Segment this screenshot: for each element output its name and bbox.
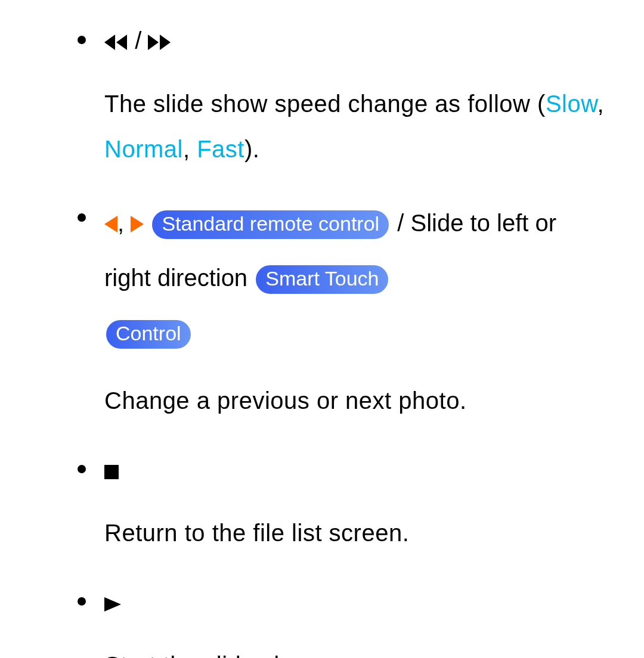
icon-separator: / [135,27,141,54]
desc-text: The slide show speed change as follow ( [104,91,546,117]
desc-text: ). [244,136,259,162]
arrow-left-icon [104,216,117,232]
item-description: Start the slide show. [104,643,608,658]
svg-marker-1 [116,35,127,50]
rewind-icon [104,35,128,50]
svg-marker-4 [104,216,117,232]
item-description: Change a previous or next photo. [104,378,608,423]
fast-forward-icon [148,35,172,50]
bullet-list: / The slide show speed change as follow … [36,18,608,658]
item-heading: , Standard remote control / Slide to lef… [104,195,608,360]
pill-control: Control [106,320,191,349]
list-item: Start the slide show. [36,579,608,658]
speed-fast: Fast [197,136,244,162]
document-page: / The slide show speed change as follow … [0,0,644,658]
list-item: , Standard remote control / Slide to lef… [36,195,608,423]
arrow-right-icon [131,216,144,232]
svg-marker-3 [160,35,171,50]
svg-rect-6 [104,465,119,479]
speed-slow: Slow [546,91,597,117]
list-item: / The slide show speed change as follow … [36,18,608,172]
svg-marker-0 [104,35,115,50]
svg-marker-7 [104,597,121,612]
pill-smart-touch: Smart Touch [256,265,388,294]
stop-icon [104,465,119,479]
arrow-separator: , [117,210,124,236]
item-heading [104,447,608,492]
sep: , [597,91,604,117]
speed-normal: Normal [104,136,183,162]
item-description: Return to the file list screen. [104,510,608,555]
play-icon [104,597,121,612]
svg-marker-5 [131,216,144,232]
list-item: Return to the file list screen. [36,447,608,555]
item-heading: / [104,18,608,63]
item-heading [104,579,608,625]
item-description: The slide show speed change as follow (S… [104,81,608,172]
sep: , [183,136,197,162]
svg-marker-2 [148,35,159,50]
pill-standard-remote: Standard remote control [152,210,389,239]
